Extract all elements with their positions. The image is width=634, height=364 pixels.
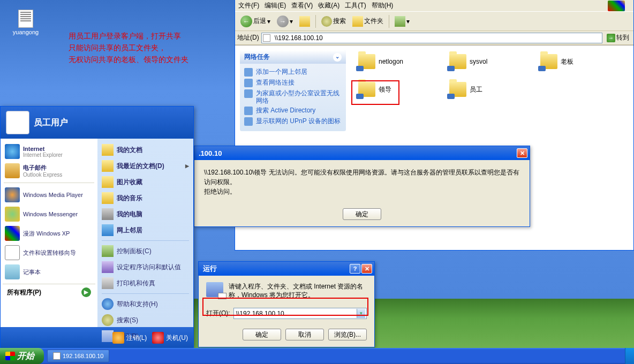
wireless-icon bbox=[244, 89, 253, 98]
start-right-pane: 我的文档 我最近的文档(D)▶ 图片收藏 我的音乐 我的电脑 网上邻居 控制面板… bbox=[97, 139, 193, 327]
error-dialog: .100.10 ✕ \\192.168.100.10\领导 无法访问。您可能没有… bbox=[194, 146, 530, 227]
printer-icon bbox=[102, 277, 114, 289]
notepad-icon bbox=[5, 264, 20, 279]
recent-docs[interactable]: 我最近的文档(D)▶ bbox=[101, 158, 190, 174]
start-tour[interactable]: 漫游 Windows XP bbox=[3, 224, 95, 243]
menu-edit[interactable]: 编辑(E) bbox=[265, 1, 286, 10]
start-wmp[interactable]: Windows Media Player bbox=[3, 185, 95, 204]
my-computer[interactable]: 我的电脑 bbox=[101, 206, 190, 222]
go-button[interactable]: 转到 bbox=[605, 33, 631, 42]
start-email[interactable]: 电子邮件Outlook Express bbox=[3, 161, 95, 180]
up-folder-icon bbox=[299, 16, 310, 27]
views-button[interactable]: ▾ bbox=[393, 15, 412, 28]
folders-icon bbox=[352, 16, 363, 27]
help-support[interactable]: 帮助和支持(H) bbox=[101, 296, 190, 312]
task-upnp[interactable]: 显示联网的 UPnP 设备的图标 bbox=[244, 116, 342, 127]
folder-netlogon[interactable]: netlogon bbox=[358, 54, 403, 69]
upnp-icon bbox=[244, 117, 253, 126]
search-icon bbox=[321, 16, 332, 27]
back-arrow-icon: ← bbox=[240, 16, 252, 27]
control-panel-icon bbox=[102, 245, 114, 257]
run-ok-button[interactable]: 确定 bbox=[243, 329, 281, 340]
run-prompt: 请键入程序、文件夹、文档或 Internet 资源的名称，Windows 将为您… bbox=[229, 282, 367, 299]
add-place-icon bbox=[244, 68, 253, 77]
my-music[interactable]: 我的音乐 bbox=[101, 190, 190, 206]
shared-folder-icon bbox=[449, 54, 466, 69]
network-places[interactable]: 网上邻居 bbox=[101, 222, 190, 238]
recent-icon bbox=[102, 160, 114, 172]
address-input[interactable] bbox=[261, 33, 602, 43]
forward-arrow-icon: → bbox=[277, 16, 289, 27]
views-icon bbox=[395, 16, 405, 27]
help-button[interactable]: ? bbox=[350, 264, 360, 274]
folders-button[interactable]: 文件夹 bbox=[350, 15, 386, 28]
ie-icon bbox=[5, 144, 20, 159]
separator bbox=[389, 15, 389, 28]
collapse-icon: ⌄ bbox=[333, 53, 342, 62]
my-pictures[interactable]: 图片收藏 bbox=[101, 174, 190, 190]
close-button[interactable]: ✕ bbox=[517, 148, 527, 158]
start-internet[interactable]: InternetInternet Explorer bbox=[3, 142, 95, 161]
printers-faxes[interactable]: 打印机和传真 bbox=[101, 275, 190, 291]
start-messenger[interactable]: Windows Messenger bbox=[3, 204, 95, 224]
menu-file[interactable]: 文件(F) bbox=[238, 1, 259, 10]
task-add-place[interactable]: 添加一个网上邻居 bbox=[244, 67, 342, 78]
my-documents[interactable]: 我的文档 bbox=[101, 142, 190, 158]
program-defaults[interactable]: 设定程序访问和默认值 bbox=[101, 259, 190, 275]
menu-view[interactable]: 查看(V) bbox=[291, 1, 313, 10]
messenger-icon bbox=[5, 207, 20, 222]
menu-fav[interactable]: 收藏(A) bbox=[318, 1, 339, 10]
shutdown-button[interactable]: 关机(U) bbox=[152, 332, 188, 344]
all-programs[interactable]: 所有程序(P)▶ bbox=[3, 284, 95, 300]
task-search-ad[interactable]: 搜索 Active Directory bbox=[244, 105, 342, 116]
menubar: 文件(F) 编辑(E) 查看(V) 收藏(A) 工具(T) 帮助(H) bbox=[235, 0, 633, 12]
menu-tools[interactable]: 工具(T) bbox=[345, 1, 366, 10]
folder-boss[interactable]: 老板 bbox=[540, 54, 573, 69]
network-tasks-header[interactable]: 网络任务⌄ bbox=[240, 50, 346, 64]
shared-folder-icon bbox=[540, 54, 557, 69]
run-browse-button[interactable]: 浏览(B)... bbox=[328, 329, 367, 340]
music-icon bbox=[102, 192, 114, 204]
computer-icon bbox=[263, 34, 270, 42]
up-button[interactable] bbox=[297, 15, 312, 28]
folder-employee[interactable]: 员工 bbox=[449, 82, 482, 97]
mail-icon bbox=[5, 163, 20, 178]
system-tray[interactable] bbox=[625, 348, 634, 364]
taskbar-item-explorer[interactable]: 192.168.100.10 bbox=[47, 350, 109, 362]
separator bbox=[315, 15, 316, 28]
run-dialog-title: 运行 ? ✕ bbox=[199, 262, 374, 276]
task-view-conn[interactable]: 查看网络连接 bbox=[244, 78, 342, 88]
task-wireless[interactable]: 为家庭或小型办公室设置无线网络 bbox=[244, 88, 342, 105]
arrow-right-icon: ▶ bbox=[81, 287, 91, 297]
redbox-leader-folder bbox=[351, 80, 399, 105]
forward-button[interactable]: → ▾ bbox=[275, 14, 295, 28]
annotation-text: 用员工用户登录客户端，打开共享 只能访问共享的员工文件夹， 无权访问共享的老板、… bbox=[69, 30, 188, 65]
logoff-icon bbox=[112, 332, 124, 344]
search-button[interactable]: 搜索 bbox=[319, 15, 348, 28]
run-cancel-button[interactable]: 取消 bbox=[285, 329, 324, 340]
submenu-arrow-icon: ▶ bbox=[185, 163, 189, 169]
wmp-icon bbox=[5, 187, 20, 202]
folder-sysvol[interactable]: sysvol bbox=[449, 54, 487, 69]
close-button[interactable]: ✕ bbox=[361, 264, 372, 274]
network-tasks-box: 网络任务⌄ 添加一个网上邻居 查看网络连接 为家庭或小型办公室设置无线网络 搜索… bbox=[239, 50, 346, 132]
shared-folder-icon bbox=[358, 54, 375, 69]
start-notepad[interactable]: 记事本 bbox=[3, 262, 95, 282]
control-panel[interactable]: 控制面板(C) bbox=[101, 243, 190, 259]
desktop-icon-yuangong[interactable]: yuangong bbox=[10, 10, 42, 35]
menu-help[interactable]: 帮助(H) bbox=[372, 1, 394, 10]
search[interactable]: 搜索(S) bbox=[101, 312, 190, 328]
back-button[interactable]: ←后退 ▾ bbox=[238, 14, 273, 28]
wizard-icon bbox=[5, 245, 20, 260]
logoff-button[interactable]: 注销(L) bbox=[112, 332, 147, 344]
start-wizard[interactable]: 文件和设置转移向导 bbox=[3, 243, 95, 262]
go-icon bbox=[607, 34, 615, 42]
docs-icon bbox=[102, 144, 114, 156]
start-button[interactable]: 开始 bbox=[0, 348, 44, 364]
text-file-icon bbox=[18, 10, 33, 28]
network-icon bbox=[102, 224, 114, 236]
ok-button[interactable]: 确定 bbox=[343, 208, 381, 220]
search-ad-icon bbox=[244, 107, 253, 115]
desktop-icon-label: yuangong bbox=[10, 29, 42, 35]
computer-icon bbox=[102, 208, 114, 220]
